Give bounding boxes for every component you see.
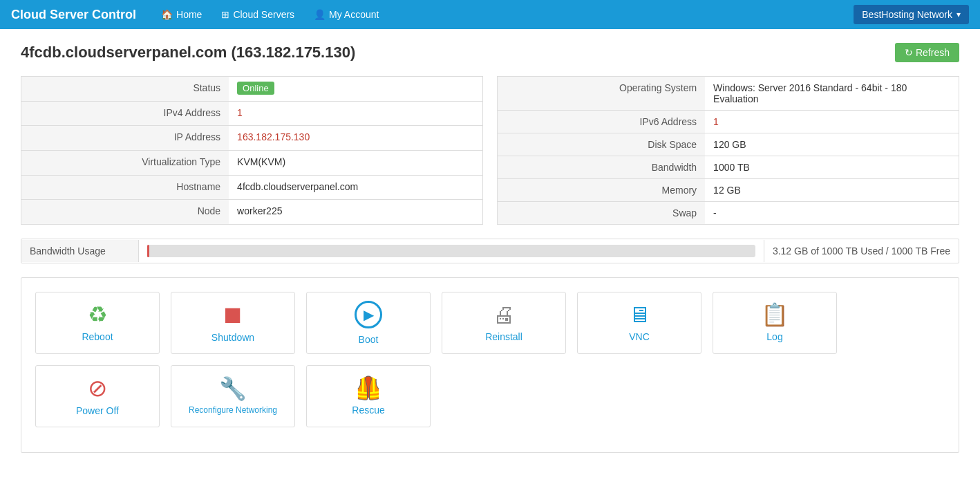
cell-label: IPv4 Address <box>21 101 229 126</box>
actions-container: ♻ Reboot ⏹ Shutdown ▶ Boot 🖨 Reinstall 🖥… <box>21 277 959 453</box>
bandwidth-bar-container <box>139 239 764 263</box>
table-row: Node worker225 <box>21 200 483 225</box>
info-grid: Status Online IPv4 Address 1 IP Address … <box>21 76 959 225</box>
bandwidth-value: 1000 TB <box>713 162 750 173</box>
cell-value: 1 <box>229 101 482 126</box>
rescue-icon: 🦺 <box>355 377 382 399</box>
status-badge: Online <box>237 82 274 95</box>
cell-value: 163.182.175.130 <box>229 126 482 151</box>
reinstall-label: Reinstall <box>485 331 522 342</box>
disk-value: 120 GB <box>713 139 746 150</box>
reboot-label: Reboot <box>82 331 113 342</box>
poweroff-label: Power Off <box>76 405 119 416</box>
memory-value: 12 GB <box>713 185 741 196</box>
home-icon: 🏠 <box>161 9 173 20</box>
reconfnet-label: Reconfigure Networking <box>189 405 277 415</box>
table-row: IPv6 Address 1 <box>498 111 959 133</box>
cell-value: 4fcdb.cloudserverpanel.com <box>229 175 482 200</box>
bandwidth-bar-fill <box>147 245 149 257</box>
shutdown-icon: ⏹ <box>221 303 245 326</box>
navbar-links: 🏠 Home ⊞ Cloud Servers 👤 My Account <box>153 0 854 29</box>
log-label: Log <box>766 331 782 342</box>
table-row: IPv4 Address 1 <box>21 101 483 126</box>
table-row: Virtualization Type KVM(KVM) <box>21 150 483 175</box>
log-icon: 📋 <box>761 304 789 326</box>
boot-icon: ▶ <box>355 301 382 328</box>
table-row: Hostname 4fcdb.cloudserverpanel.com <box>21 175 483 200</box>
table-row: Memory 12 GB <box>498 179 959 202</box>
grid-icon: ⊞ <box>221 9 229 20</box>
cell-label: Bandwidth <box>498 156 706 179</box>
bandwidth-used-text: 3.12 GB of 1000 TB Used / 1000 TB Free <box>764 240 959 262</box>
actions-row-1: ♻ Reboot ⏹ Shutdown ▶ Boot 🖨 Reinstall 🖥… <box>35 292 945 354</box>
os-value: Windows: Server 2016 Standard - 64bit - … <box>713 82 907 104</box>
cell-label: IPv6 Address <box>498 111 706 133</box>
refresh-button[interactable]: ↻ Refresh <box>895 43 959 62</box>
cell-value: 12 GB <box>705 179 959 202</box>
navbar-right: BestHosting Network <box>854 5 969 24</box>
virt-type-value: KVM(KVM) <box>237 156 285 167</box>
server-info-left-table: Status Online IPv4 Address 1 IP Address … <box>21 76 483 225</box>
cell-label: Disk Space <box>498 133 706 156</box>
page-title: 4fcdb.cloudserverpanel.com (163.182.175.… <box>21 44 355 62</box>
reinstall-button[interactable]: 🖨 Reinstall <box>442 292 566 354</box>
log-button[interactable]: 📋 Log <box>713 292 837 354</box>
cell-value: worker225 <box>229 200 482 225</box>
main-content: 4fcdb.cloudserverpanel.com (163.182.175.… <box>0 29 980 502</box>
cell-value: KVM(KVM) <box>229 150 482 175</box>
boot-label: Boot <box>359 334 379 345</box>
cell-label: Node <box>21 200 229 225</box>
table-row: IP Address 163.182.175.130 <box>21 126 483 151</box>
table-row: Operating System Windows: Server 2016 St… <box>498 77 959 111</box>
nav-my-account[interactable]: 👤 My Account <box>305 0 387 29</box>
hostname-value: 4fcdb.cloudserverpanel.com <box>237 181 358 192</box>
cell-label: Operating System <box>498 77 706 111</box>
bandwidth-bar-background <box>147 245 755 257</box>
reconfnet-icon: 🔧 <box>219 378 247 400</box>
nav-home[interactable]: 🏠 Home <box>153 0 210 29</box>
user-icon: 👤 <box>314 9 326 20</box>
node-value: worker225 <box>237 205 282 216</box>
cell-value: - <box>705 202 959 225</box>
account-dropdown-button[interactable]: BestHosting Network <box>854 5 969 24</box>
rescue-button[interactable]: 🦺 Rescue <box>306 365 431 427</box>
reinstall-icon: 🖨 <box>493 304 515 326</box>
shutdown-button[interactable]: ⏹ Shutdown <box>171 292 295 354</box>
table-row: Bandwidth 1000 TB <box>498 156 959 179</box>
reboot-icon: ♻ <box>88 304 108 326</box>
vnc-label: VNC <box>629 331 650 342</box>
swap-value: - <box>713 207 717 219</box>
cell-label: Status <box>21 77 229 102</box>
shutdown-label: Shutdown <box>211 332 254 343</box>
navbar: Cloud Server Control 🏠 Home ⊞ Cloud Serv… <box>0 0 980 29</box>
reboot-button[interactable]: ♻ Reboot <box>35 292 160 354</box>
cell-label: Hostname <box>21 175 229 200</box>
vnc-icon: 🖥 <box>628 304 650 326</box>
cell-label: Memory <box>498 179 706 202</box>
reconfigure-networking-button[interactable]: 🔧 Reconfigure Networking <box>171 365 295 427</box>
table-row: Status Online <box>21 77 483 102</box>
bandwidth-usage-row: Bandwidth Usage 3.12 GB of 1000 TB Used … <box>21 239 959 263</box>
page-header: 4fcdb.cloudserverpanel.com (163.182.175.… <box>21 43 959 62</box>
rescue-label: Rescue <box>352 405 384 416</box>
cell-value: 120 GB <box>705 133 959 156</box>
actions-row-2: ⊘ Power Off 🔧 Reconfigure Networking 🦺 R… <box>35 365 945 427</box>
ipv6-value: 1 <box>713 116 719 127</box>
poweroff-icon: ⊘ <box>88 376 107 400</box>
ip-address-value: 163.182.175.130 <box>237 131 310 142</box>
table-row: Swap - <box>498 202 959 225</box>
cell-value: Windows: Server 2016 Standard - 64bit - … <box>705 77 959 111</box>
navbar-brand: Cloud Server Control <box>11 8 136 22</box>
ipv4-value: 1 <box>237 107 243 118</box>
cell-label: Virtualization Type <box>21 150 229 175</box>
cell-value: 1000 TB <box>705 156 959 179</box>
poweroff-button[interactable]: ⊘ Power Off <box>35 365 160 427</box>
vnc-button[interactable]: 🖥 VNC <box>577 292 701 354</box>
cell-value: Online <box>229 77 482 102</box>
bandwidth-label: Bandwidth Usage <box>21 240 139 262</box>
nav-cloud-servers[interactable]: ⊞ Cloud Servers <box>213 0 303 29</box>
cell-label: IP Address <box>21 126 229 151</box>
cell-label: Swap <box>498 202 706 225</box>
boot-button[interactable]: ▶ Boot <box>306 292 431 354</box>
cell-value: 1 <box>705 111 959 133</box>
